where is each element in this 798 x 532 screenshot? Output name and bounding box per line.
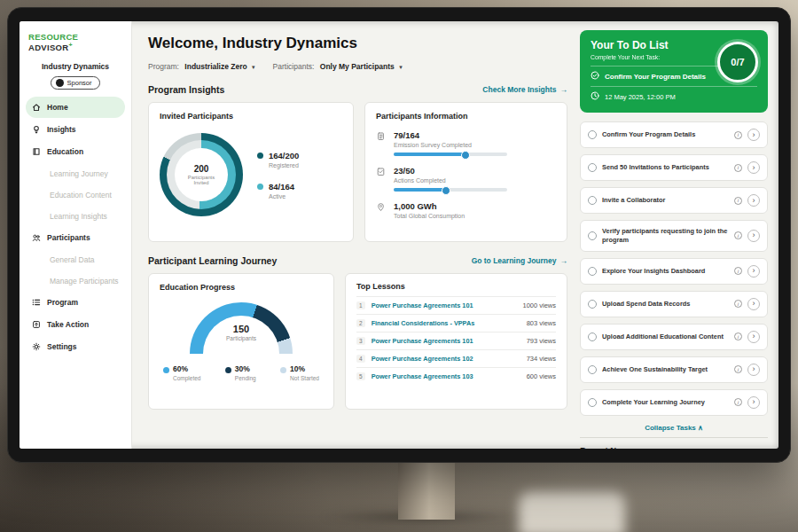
task-label: Verify participants requesting to join t… bbox=[602, 227, 729, 245]
task-checkbox[interactable] bbox=[588, 300, 597, 309]
sponsor-badge[interactable]: Sponsor bbox=[51, 76, 101, 90]
lesson-title-link[interactable]: Power Purchase Agreements 102 bbox=[372, 355, 520, 363]
sidebar-item-program[interactable]: Program bbox=[26, 292, 125, 313]
info-icon[interactable]: i bbox=[734, 300, 742, 308]
sidebar-item-education[interactable]: Education bbox=[26, 141, 125, 162]
chevron-right-icon[interactable]: › bbox=[747, 265, 760, 278]
info-icon[interactable]: i bbox=[734, 164, 742, 172]
sidebar-item-label: Education bbox=[47, 147, 83, 156]
donut-center-value: 200 bbox=[194, 164, 209, 174]
task-item[interactable]: Invite a Collaborator i › bbox=[580, 187, 768, 214]
check-more-insights-link[interactable]: Check More Insights→ bbox=[482, 85, 567, 94]
chevron-right-icon[interactable]: › bbox=[747, 298, 760, 310]
sidebar-item-education-content[interactable]: Education Content bbox=[26, 184, 125, 205]
task-item[interactable]: Explore Your Insights Dashboard i › bbox=[580, 258, 768, 285]
task-checkbox[interactable] bbox=[588, 332, 597, 341]
arrow-right-icon: → bbox=[560, 256, 568, 265]
lesson-title-link[interactable]: Power Purchase Agreements 103 bbox=[372, 372, 520, 380]
gauge-legend: 60% Completed 30% Pending 10% Not Starte… bbox=[160, 364, 323, 381]
logo-advisor: ADVISOR bbox=[28, 43, 68, 52]
task-item[interactable]: Confirm Your Program Details i › bbox=[580, 121, 768, 148]
info-icon[interactable]: i bbox=[734, 398, 742, 406]
stat-label: Emission Survey Completed bbox=[394, 142, 507, 148]
lesson-title-link[interactable]: Financial Considerations - VPPAs bbox=[372, 319, 520, 327]
filter-bar: Program: Industrialize Zero ▾ Participan… bbox=[148, 62, 567, 71]
legend-value: 60% bbox=[173, 364, 188, 373]
participants-select[interactable]: Participants: Only My Participants ▾ bbox=[273, 62, 403, 71]
task-label: Achieve One Sustainability Target bbox=[602, 365, 729, 374]
todo-progress-badge: 0/7 bbox=[717, 42, 758, 82]
chevron-right-icon[interactable]: › bbox=[747, 230, 760, 242]
app-logo: RESOURCE ADVISOR+ bbox=[20, 21, 131, 54]
stat-value: 23/50 bbox=[394, 166, 507, 176]
info-icon[interactable]: i bbox=[734, 332, 742, 340]
recent-news-header: Recent News bbox=[580, 437, 768, 449]
link-label: Go to Learning Journey bbox=[472, 256, 557, 265]
task-label: Complete Your Learning Journey bbox=[602, 398, 729, 407]
task-checkbox[interactable] bbox=[588, 163, 597, 172]
chevron-right-icon[interactable]: › bbox=[747, 396, 760, 409]
lesson-views: 1000 views bbox=[522, 301, 556, 309]
donut-legend: 164/200 Registered 84/164 Active bbox=[257, 151, 299, 200]
task-item[interactable]: Verify participants requesting to join t… bbox=[580, 220, 768, 252]
chevron-right-icon[interactable]: › bbox=[747, 331, 760, 343]
lesson-title-link[interactable]: Power Purchase Agreements 101 bbox=[372, 301, 517, 309]
program-select[interactable]: Program: Industrialize Zero ▾ bbox=[148, 62, 255, 71]
lesson-title-link[interactable]: Power Purchase Agreements 101 bbox=[372, 337, 520, 345]
list-icon bbox=[32, 298, 42, 307]
legend-label: Completed bbox=[173, 375, 200, 381]
task-checkbox[interactable] bbox=[588, 398, 597, 407]
chevron-right-icon[interactable]: › bbox=[747, 161, 760, 174]
go-to-learning-journey-link[interactable]: Go to Learning Journey→ bbox=[472, 256, 567, 265]
legend-item-completed: 60% Completed bbox=[163, 364, 200, 381]
stat-value: 79/164 bbox=[394, 130, 507, 140]
task-checkbox[interactable] bbox=[588, 267, 597, 276]
sidebar-item-label: Learning Journey bbox=[50, 169, 108, 178]
sidebar-item-take-action[interactable]: Take Action bbox=[26, 314, 125, 335]
task-item[interactable]: Upload Additional Educational Content i … bbox=[580, 324, 768, 350]
task-checkbox[interactable] bbox=[588, 365, 597, 374]
sidebar-item-home[interactable]: Home bbox=[26, 97, 125, 118]
legend-label: Active bbox=[269, 193, 294, 200]
chevron-right-icon[interactable]: › bbox=[747, 129, 760, 141]
info-icon[interactable]: i bbox=[734, 197, 742, 205]
sidebar-item-general-data[interactable]: General Data bbox=[26, 249, 125, 270]
collapse-tasks-link[interactable]: Collapse Tasks ∧ bbox=[580, 424, 768, 432]
task-checkbox[interactable] bbox=[588, 130, 597, 139]
legend-value: 164/200 bbox=[269, 151, 299, 160]
sidebar-item-learning-journey[interactable]: Learning Journey bbox=[26, 163, 125, 184]
chevron-right-icon[interactable]: › bbox=[747, 364, 760, 376]
legend-item-pending: 30% Pending bbox=[225, 364, 256, 381]
legend-label: Pending bbox=[235, 375, 256, 381]
sidebar-item-participants[interactable]: Participants bbox=[26, 227, 125, 248]
task-label: Invite a Collaborator bbox=[602, 196, 729, 205]
legend-item-not-started: 10% Not Started bbox=[280, 364, 319, 381]
sidebar-item-insights[interactable]: Insights bbox=[26, 119, 125, 140]
clipboard-icon bbox=[376, 130, 387, 156]
content-area: Welcome, Industry Dynamics Program: Indu… bbox=[132, 21, 778, 449]
lesson-views: 803 views bbox=[527, 319, 556, 327]
sidebar-item-manage-participants[interactable]: Manage Participants bbox=[26, 270, 125, 291]
info-icon[interactable]: i bbox=[734, 365, 742, 373]
task-checkbox[interactable] bbox=[588, 231, 597, 240]
task-checkbox[interactable] bbox=[588, 196, 597, 205]
info-icon[interactable]: i bbox=[734, 231, 742, 239]
chevron-right-icon[interactable]: › bbox=[747, 194, 760, 207]
task-item[interactable]: Send 50 Invitations to Participants i › bbox=[580, 154, 768, 181]
sponsor-label: Sponsor bbox=[67, 79, 92, 87]
stat-value: 1,000 GWh bbox=[394, 201, 465, 211]
legend-value: 10% bbox=[290, 364, 305, 373]
info-icon[interactable]: i bbox=[734, 131, 742, 139]
task-item[interactable]: Complete Your Learning Journey i › bbox=[580, 389, 768, 416]
lesson-row: 3 Power Purchase Agreements 101 793 view… bbox=[356, 332, 556, 350]
sidebar-item-learning-insights[interactable]: Learning Insights bbox=[26, 206, 125, 226]
gauge-center: 150 Participants bbox=[190, 324, 293, 341]
sidebar-item-settings[interactable]: Settings bbox=[26, 336, 125, 357]
progress-track bbox=[394, 153, 507, 156]
task-item[interactable]: Achieve One Sustainability Target i › bbox=[580, 356, 768, 383]
next-task-time: 12 May 2025, 12:00 PM bbox=[605, 93, 676, 101]
lesson-views: 793 views bbox=[527, 337, 556, 345]
legend-dot bbox=[280, 367, 286, 373]
info-icon[interactable]: i bbox=[734, 267, 742, 275]
task-item[interactable]: Upload Spend Data Records i › bbox=[580, 291, 768, 317]
